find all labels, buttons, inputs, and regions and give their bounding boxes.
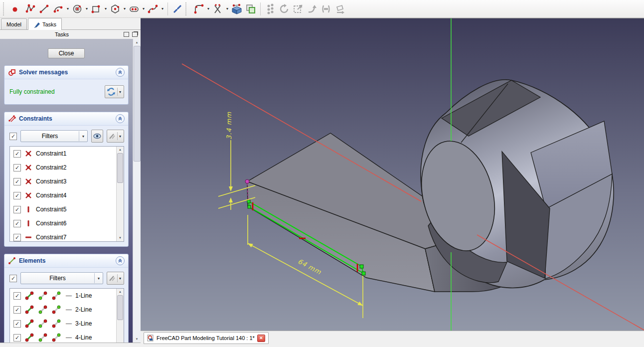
construction-mode-button[interactable] [170, 2, 184, 16]
dock-icon[interactable] [124, 32, 129, 37]
constraint-row[interactable]: ✓Constraint7 [10, 230, 124, 242]
polygon-tool-button[interactable] [108, 2, 122, 16]
elements-filter-combo[interactable]: Filters▾ [20, 272, 103, 284]
elements-header[interactable]: Elements [4, 254, 128, 268]
constraint-checkbox[interactable]: ✓ [13, 206, 21, 213]
select-constraints-button[interactable] [263, 2, 277, 16]
arc-tool-button[interactable] [51, 2, 65, 16]
refresh-icon [106, 87, 116, 97]
end-point-icon [51, 319, 61, 329]
constraint-row[interactable]: ✓Constraint5 [10, 202, 124, 216]
constraints-filter-combo[interactable]: Filters▾ [20, 130, 88, 142]
constraint-checkbox[interactable]: ✓ [13, 178, 21, 185]
update-dropdown[interactable]: ▾ [117, 88, 123, 96]
freecad-document-icon [147, 335, 154, 342]
select-redundant-constraints-button[interactable] [277, 2, 291, 16]
fillet-dropdown[interactable]: ▾ [206, 2, 211, 16]
document-tab[interactable]: FreeCAD Part Modeling Tutorial 140 : 1* … [144, 332, 269, 344]
element-checkbox[interactable]: ✓ [13, 306, 21, 314]
constraint-row[interactable]: ✓Constraint3 [10, 174, 124, 188]
close-button[interactable]: Close [48, 48, 85, 58]
vertical-constraint-icon [24, 205, 32, 213]
element-row[interactable]: ✓ —1-Line [10, 289, 124, 303]
constraints-filter-checkbox[interactable]: ✓ [9, 133, 17, 140]
polyline-tool-button[interactable] [23, 2, 37, 16]
statusbar-strip [0, 343, 141, 347]
panel-scrollbar[interactable]: ▲▼ [133, 39, 141, 343]
circle-tool-button[interactable] [70, 2, 84, 16]
tab-model[interactable]: Model [1, 18, 27, 29]
close-document-icon[interactable]: ✕ [257, 335, 265, 342]
constraint-checkbox[interactable]: ✓ [13, 234, 21, 241]
element-row[interactable]: ✓ —2-Line [10, 303, 124, 317]
constraint-label: Constraint6 [36, 220, 66, 227]
select-elements-associated-button[interactable] [305, 2, 319, 16]
fillet-tool-button[interactable] [192, 2, 206, 16]
settings-dropdown[interactable]: ▾ [117, 274, 123, 282]
settings-dropdown[interactable]: ▾ [117, 132, 123, 140]
arc-dropdown[interactable]: ▾ [65, 2, 70, 16]
line-tool-button[interactable] [37, 2, 51, 16]
slot-tool-button[interactable] [127, 2, 141, 16]
update-button[interactable]: ▾ [105, 85, 124, 98]
constraint-checkbox[interactable]: ✓ [13, 192, 21, 199]
polygon-dropdown[interactable]: ▾ [122, 2, 127, 16]
start-point-icon [38, 333, 48, 343]
constraint-row[interactable]: ✓Constraint1 [10, 147, 124, 161]
constraint-label: Constraint4 [36, 192, 66, 199]
constraint-checkbox[interactable]: ✓ [13, 150, 21, 158]
rectangle-dropdown[interactable]: ▾ [103, 2, 108, 16]
rectangle-tool-button[interactable] [89, 2, 103, 16]
chevron-down-icon: ▾ [94, 273, 103, 283]
collapse-chevron-icon[interactable] [116, 256, 125, 265]
external-geometry-button[interactable] [230, 2, 244, 16]
line-icon [38, 3, 50, 15]
vertical-constraint-icon [24, 219, 32, 227]
constraint-label: Constraint7 [36, 234, 66, 241]
3d-viewport[interactable]: 3.4 mm 64 mm [141, 18, 644, 331]
select-conflicting-constraints-button[interactable] [291, 2, 305, 16]
element-checkbox[interactable]: ✓ [13, 334, 21, 342]
element-checkbox[interactable]: ✓ [13, 292, 21, 300]
datum-point[interactable] [245, 179, 249, 183]
carbon-copy-button[interactable] [244, 2, 258, 16]
elements-scrollbar[interactable]: ▲▼ [116, 289, 124, 343]
constraint-row[interactable]: ✓Constraint2 [10, 161, 124, 174]
dimension-label-vertical[interactable]: 3.4 mm [225, 112, 233, 140]
element-checkbox[interactable]: ✓ [13, 320, 21, 328]
rectangular-array-button[interactable] [333, 2, 347, 16]
collapse-chevron-icon[interactable] [116, 114, 125, 123]
panel-tab-bar: Model Tasks [0, 18, 141, 30]
element-label: 2-Line [75, 306, 92, 313]
constraints-scrollbar[interactable]: ▲▼ [116, 147, 124, 241]
float-icon[interactable] [132, 32, 138, 37]
collapse-chevron-icon[interactable] [116, 68, 125, 77]
constraint-checkbox[interactable]: ✓ [13, 164, 21, 172]
solver-messages-header[interactable]: Solver messages [4, 66, 128, 79]
circle-dropdown[interactable]: ▾ [84, 2, 89, 16]
constraint-row[interactable]: ✓Constraint6 [10, 216, 124, 230]
constraint-row[interactable]: ✓Constraint4 [10, 188, 124, 202]
trim-dropdown[interactable]: ▾ [225, 2, 230, 16]
elements-filter-checkbox[interactable]: ✓ [9, 275, 17, 282]
show-hide-constraints-button[interactable] [91, 130, 103, 143]
symmetry-button[interactable] [319, 2, 333, 16]
tab-tasks-label: Tasks [42, 21, 56, 27]
point-tool-button[interactable] [9, 2, 23, 16]
constraints-header[interactable]: Constraints [4, 112, 128, 126]
trim-tool-button[interactable] [211, 2, 225, 16]
bspline-dropdown[interactable]: ▾ [160, 2, 165, 16]
element-row[interactable]: ✓ —4-Line [10, 331, 124, 343]
slot-dropdown[interactable]: ▾ [141, 2, 146, 16]
constraint-checkbox[interactable]: ✓ [13, 220, 21, 227]
constraints-settings-button[interactable]: ▾ [107, 130, 124, 143]
edit-tools-icon [108, 132, 116, 140]
toolbar-grip[interactable] [3, 2, 7, 15]
bspline-tool-button[interactable] [146, 2, 160, 16]
elements-settings-button[interactable]: ▾ [107, 272, 124, 285]
symmetry-icon [320, 3, 332, 15]
element-row[interactable]: ✓ —3-Line [10, 317, 124, 331]
layer-dash-icon: — [66, 334, 72, 341]
toolbar-grip-2[interactable] [185, 2, 190, 15]
tab-tasks[interactable]: Tasks [28, 18, 62, 30]
